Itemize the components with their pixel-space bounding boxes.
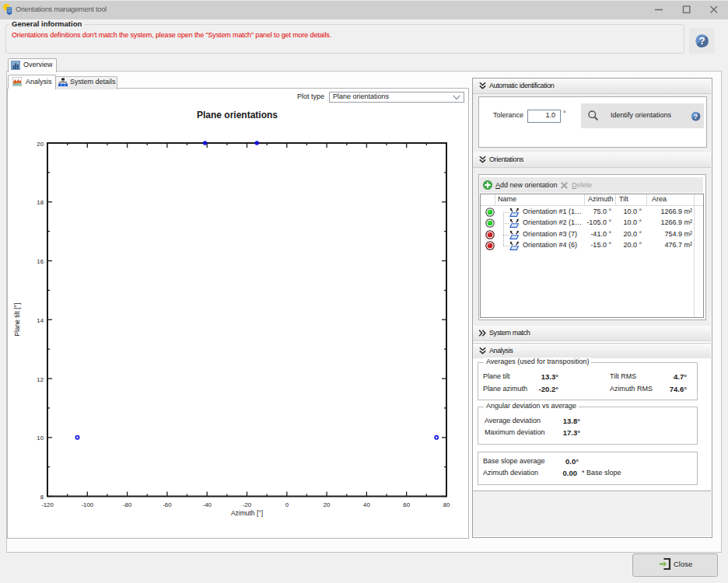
svg-text:-20: -20: [243, 501, 252, 508]
svg-text:Azimuth [°]: Azimuth [°]: [231, 509, 263, 517]
svg-text:-80: -80: [123, 501, 132, 508]
svg-text:80: 80: [443, 501, 450, 508]
svg-text:-120: -120: [41, 501, 54, 508]
svg-text:0: 0: [285, 501, 289, 508]
svg-text:Plane tilt [°]: Plane tilt [°]: [13, 303, 21, 337]
svg-text:16: 16: [37, 258, 44, 265]
svg-text:-40: -40: [203, 501, 212, 508]
svg-text:-60: -60: [163, 501, 172, 508]
svg-text:?: ?: [694, 112, 698, 120]
svg-text:?: ?: [698, 35, 705, 47]
svg-text:18: 18: [37, 199, 44, 206]
svg-text:-100: -100: [81, 501, 93, 508]
svg-text:20: 20: [324, 501, 331, 508]
svg-text:20: 20: [37, 141, 44, 148]
svg-text:8: 8: [40, 494, 44, 501]
svg-text:40: 40: [363, 501, 370, 508]
svg-text:10: 10: [37, 435, 44, 442]
svg-text:60: 60: [403, 501, 410, 508]
svg-text:14: 14: [37, 317, 44, 324]
svg-text:12: 12: [37, 376, 44, 383]
